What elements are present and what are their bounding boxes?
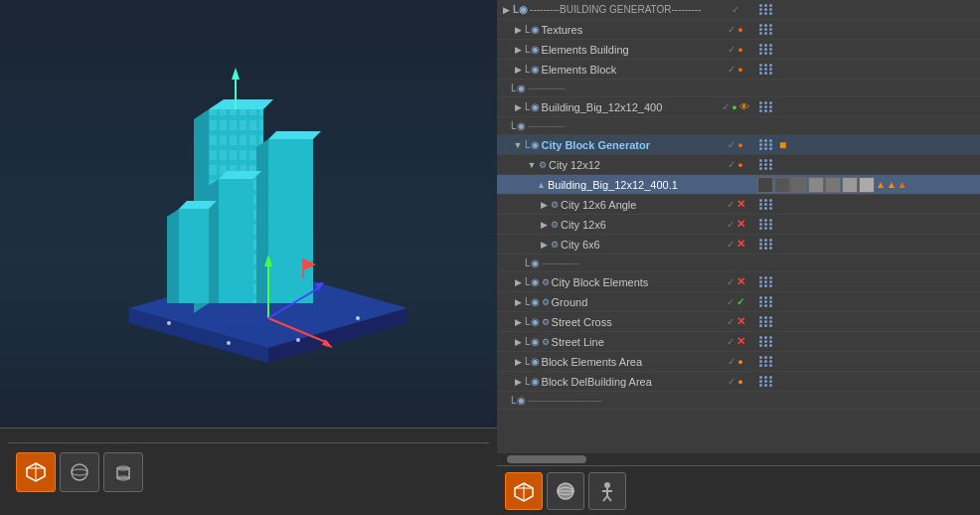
expand-icon: ▶ <box>537 218 551 232</box>
street-line-row[interactable]: ▶ L◉ ⚙ Street Line ✓ ✕ <box>497 332 980 352</box>
lo-badge: L◉ <box>525 316 540 327</box>
building-generator-label: ---------BUILDING GENERATOR--------- <box>530 4 716 15</box>
city-block-generator-row[interactable]: ▼ L◉ City Block Generator ✓ ● ■ <box>497 135 980 155</box>
lo-badge: L◉ <box>525 276 540 287</box>
city-6x6-label: City 6x6 <box>561 239 716 251</box>
svg-marker-6 <box>209 99 273 109</box>
building-big-row[interactable]: ▶ L◉ Building_Big_12x12_400 ✓ ● 👁 <box>497 97 980 117</box>
scene-cube-button[interactable] <box>505 472 543 510</box>
expand-icon: ▶ <box>511 375 525 389</box>
separator-row-1: L◉ ---------------- <box>497 80 980 97</box>
expand-icon: ▶ <box>499 3 513 17</box>
check-icon: ✓ <box>728 159 735 170</box>
city-12x12-row[interactable]: ▼ ⚙ City 12x12 ✓ ● <box>497 155 980 175</box>
lo-badge: L◉ <box>525 101 540 112</box>
dot-grid-icon <box>759 64 773 75</box>
viewport-3d[interactable] <box>0 0 497 515</box>
x-icon: ✕ <box>736 315 745 328</box>
svg-point-27 <box>296 338 300 342</box>
lo-badge: L◉ <box>525 139 540 150</box>
svg-point-24 <box>167 321 171 325</box>
orange-dot-icon: ● <box>737 377 742 387</box>
svg-point-26 <box>356 316 360 320</box>
gear-icon: ⚙ <box>551 200 559 210</box>
building-scene <box>50 30 427 398</box>
elements-building-row[interactable]: ▶ L◉ Elements Building ✓ ● <box>497 40 980 60</box>
textures-label: Textures <box>542 24 716 36</box>
dot-grid-icon <box>759 336 773 347</box>
street-cross-label: Street Cross <box>552 316 716 328</box>
city-12x6-row[interactable]: ▶ ⚙ City 12x6 ✓ ✕ <box>497 215 980 235</box>
ground-row[interactable]: ▶ L◉ ⚙ Ground ✓ ✓ <box>497 292 980 312</box>
dot-icon: ● <box>737 160 742 170</box>
block-elements-area-row[interactable]: ▶ L◉ Block Elements Area ✓ ● <box>497 352 980 372</box>
dot-grid-icon <box>759 101 773 112</box>
x-icon: ✕ <box>736 335 745 348</box>
city-angle-row[interactable]: ▶ ⚙ City 12x6 Angle ✓ ✕ <box>497 195 980 215</box>
thumb-1 <box>757 177 773 193</box>
lo-badge: L◉ <box>525 44 540 55</box>
textures-row[interactable]: ▶ L◉ Textures ✓ ● <box>497 20 980 40</box>
building-big-2-row[interactable]: ▲ Building_Big_12x12_400.1 ▲ <box>497 175 980 195</box>
gear-icon: ⚙ <box>542 317 550 327</box>
dot-grid-icon <box>759 4 773 15</box>
dot-grid-icon <box>759 139 773 150</box>
city-block-elements-row[interactable]: ▶ L◉ ⚙ City Block Elements ✓ ✕ <box>497 272 980 292</box>
obj-icon: ▲ <box>537 180 546 190</box>
dot-grid-icon <box>759 199 773 210</box>
scene-figure-button[interactable] <box>588 472 626 510</box>
x-icon: ✕ <box>736 218 745 231</box>
dot-grid-icon <box>759 296 773 307</box>
building-generator-row[interactable]: ▶ L◉ ---------BUILDING GENERATOR--------… <box>497 0 980 20</box>
dot-icon: ● <box>737 45 742 55</box>
expand-icon: ▶ <box>511 23 525 37</box>
triangle-icon-3: ▲ <box>898 179 907 190</box>
city-angle-label: City 12x6 Angle <box>561 199 716 211</box>
thumb-7 <box>859 177 875 193</box>
building-big-2-label: Building_Big_12x12_400.1 <box>548 179 716 191</box>
lo-badge: L◉ <box>511 395 526 406</box>
dot-grid-icon <box>759 316 773 327</box>
scene-sphere-button[interactable] <box>547 472 584 510</box>
dot-grid-icon <box>759 376 773 387</box>
svg-line-49 <box>607 496 611 501</box>
svg-point-25 <box>227 341 231 345</box>
gear-icon: ⚙ <box>542 277 550 287</box>
triangle-icon-1: ▲ <box>876 179 886 190</box>
cylinder-tool-button[interactable] <box>103 452 143 492</box>
block-del-building-area-row[interactable]: ▶ L◉ Block DelBuilding Area ✓ ● <box>497 372 980 392</box>
svg-point-34 <box>72 464 87 480</box>
horizontal-scrollbar[interactable] <box>497 453 980 465</box>
city-12x6-label: City 12x6 <box>561 219 716 231</box>
expand-icon: ▶ <box>511 63 525 77</box>
thumb-2 <box>774 177 790 193</box>
3d-view[interactable] <box>0 0 497 428</box>
lo-badge: L◉ <box>511 120 526 131</box>
texture-thumbs: ▲ ▲ ▲ <box>757 177 907 193</box>
separator-row-2: L◉ ---------------- <box>497 117 980 135</box>
scroll-thumb[interactable] <box>507 455 586 463</box>
sep-label-3: ---------------- <box>542 258 716 268</box>
expand-icon: ▶ <box>511 100 525 114</box>
sep-label-4: -------------------------------- <box>528 395 716 406</box>
check-icon: ✓ <box>728 44 735 55</box>
elements-block-row[interactable]: ▶ L◉ Elements Block ✓ ● <box>497 60 980 80</box>
sphere-tool-button[interactable] <box>60 452 99 492</box>
city-block-gen-label: City Block Generator <box>542 139 716 151</box>
thumb-5 <box>825 177 841 193</box>
green-dot-icon: ● <box>732 102 736 112</box>
elements-block-label: Elements Block <box>542 64 716 76</box>
street-cross-row[interactable]: ▶ L◉ ⚙ Street Cross ✓ ✕ <box>497 312 980 332</box>
expand-icon: ▶ <box>511 295 525 309</box>
expand-icon: ▼ <box>511 138 525 152</box>
dot-grid-icon <box>759 44 773 55</box>
city-6x6-row[interactable]: ▶ ⚙ City 6x6 ✓ ✕ <box>497 235 980 255</box>
cube-tool-button[interactable] <box>16 452 56 492</box>
dot-grid-icon <box>759 159 773 170</box>
gear-icon: ⚙ <box>542 337 550 347</box>
scene-list[interactable]: ▶ L◉ ---------BUILDING GENERATOR--------… <box>497 0 980 453</box>
check-icon: ✓ <box>728 356 735 367</box>
orange-square-icon: ■ <box>779 138 786 152</box>
svg-marker-9 <box>268 131 321 139</box>
expand-icon: ▶ <box>511 43 525 57</box>
